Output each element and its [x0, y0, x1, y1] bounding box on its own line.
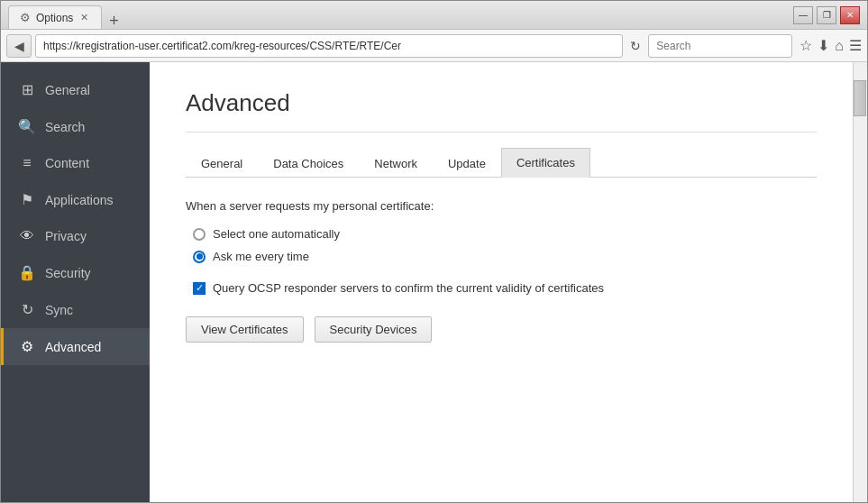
scrollbar-track[interactable] — [853, 62, 867, 502]
home-icon[interactable]: ⌂ — [835, 38, 844, 54]
sync-icon: ↻ — [18, 301, 36, 318]
search-input[interactable] — [648, 34, 792, 58]
tab-bar: ⚙ Options ✕ + — [8, 1, 790, 29]
radio-ask[interactable]: Ask me every time — [193, 250, 817, 263]
window-controls: — ❐ ✕ — [793, 6, 860, 24]
download-icon[interactable]: ⬇ — [818, 37, 829, 54]
sidebar-item-content[interactable]: ≡ Content — [1, 145, 150, 181]
tab-certificates[interactable]: Certificates — [501, 148, 590, 178]
url-bar[interactable] — [35, 34, 623, 58]
address-bar: ◀ ↻ ☆ ⬇ ⌂ ☰ — [1, 30, 867, 62]
page-title: Advanced — [186, 89, 817, 117]
checkbox-check-icon: ✓ — [196, 283, 204, 293]
sidebar-item-applications[interactable]: ⚑ Applications — [1, 181, 150, 218]
browser-window: ⚙ Options ✕ + — ❐ ✕ ◀ ↻ ☆ ⬇ ⌂ ☰ ⊞ — [0, 0, 868, 503]
sidebar-item-privacy[interactable]: 👁 Privacy — [1, 218, 150, 254]
tab-update[interactable]: Update — [433, 148, 501, 178]
section-label: When a server requests my personal certi… — [186, 199, 817, 213]
ocsp-checkbox-label: Query OCSP responder servers to confirm … — [213, 281, 604, 295]
sidebar-item-sync[interactable]: ↻ Sync — [1, 291, 150, 328]
title-bar: ⚙ Options ✕ + — ❐ ✕ — [1, 1, 867, 30]
radio-auto-input[interactable] — [193, 228, 206, 241]
security-devices-button[interactable]: Security Devices — [315, 316, 433, 343]
sidebar-label-general: General — [45, 83, 90, 97]
sidebar: ⊞ General 🔍 Search ≡ Content ⚑ Applicati… — [1, 62, 150, 502]
radio-group: Select one automatically Ask me every ti… — [193, 227, 817, 263]
sidebar-label-advanced: Advanced — [45, 340, 101, 354]
tab-data-choices[interactable]: Data Choices — [258, 148, 359, 178]
back-button[interactable]: ◀ — [6, 34, 32, 58]
tab-title: Options — [36, 12, 73, 24]
maximize-button[interactable]: ❐ — [817, 6, 836, 24]
ocsp-checkbox[interactable]: ✓ — [193, 282, 206, 295]
view-certificates-button[interactable]: View Certificates — [186, 316, 304, 343]
radio-auto-label: Select one automatically — [213, 227, 340, 241]
main-area: ⊞ General 🔍 Search ≡ Content ⚑ Applicati… — [1, 62, 867, 502]
sidebar-item-general[interactable]: ⊞ General — [1, 71, 150, 108]
sidebar-label-search: Search — [45, 120, 85, 134]
tab-general[interactable]: General — [186, 148, 258, 178]
title-divider — [186, 132, 817, 133]
content-icon: ≡ — [18, 155, 36, 171]
button-row: View Certificates Security Devices — [186, 316, 817, 343]
sidebar-item-security[interactable]: 🔒 Security — [1, 254, 150, 291]
active-tab[interactable]: ⚙ Options ✕ — [8, 5, 102, 29]
sidebar-label-privacy: Privacy — [45, 229, 87, 243]
minimize-button[interactable]: — — [793, 6, 813, 24]
sidebar-label-applications: Applications — [45, 193, 114, 207]
refresh-button[interactable]: ↻ — [626, 39, 644, 53]
new-tab-button[interactable]: + — [102, 13, 126, 29]
sidebar-label-content: Content — [45, 156, 89, 170]
radio-ask-label: Ask me every time — [213, 250, 309, 263]
ocsp-checkbox-item[interactable]: ✓ Query OCSP responder servers to confir… — [193, 281, 817, 295]
sidebar-label-sync: Sync — [45, 303, 73, 317]
sidebar-label-security: Security — [45, 266, 91, 280]
general-icon: ⊞ — [18, 81, 36, 98]
menu-icon[interactable]: ☰ — [849, 37, 862, 54]
search-sidebar-icon: 🔍 — [18, 118, 36, 135]
close-button[interactable]: ✕ — [840, 6, 860, 24]
sidebar-item-search[interactable]: 🔍 Search — [1, 108, 150, 145]
privacy-icon: 👁 — [18, 228, 36, 244]
applications-icon: ⚑ — [18, 191, 36, 208]
security-icon: 🔒 — [18, 264, 36, 281]
advanced-icon: ⚙ — [18, 338, 36, 355]
content-area: Advanced General Data Choices Network Up… — [150, 62, 853, 502]
tab-network[interactable]: Network — [359, 148, 433, 178]
tabs-bar: General Data Choices Network Update Cert… — [186, 147, 817, 178]
bookmark-icon[interactable]: ☆ — [799, 37, 812, 54]
sidebar-item-advanced[interactable]: ⚙ Advanced — [1, 328, 150, 365]
radio-auto[interactable]: Select one automatically — [193, 227, 817, 241]
tab-close-icon[interactable]: ✕ — [78, 12, 90, 23]
toolbar-icons: ☆ ⬇ ⌂ ☰ — [799, 37, 862, 54]
radio-ask-input[interactable] — [193, 251, 206, 263]
radio-ask-dot — [196, 253, 203, 260]
tab-gear-icon: ⚙ — [20, 11, 31, 24]
scrollbar-thumb[interactable] — [854, 80, 866, 116]
